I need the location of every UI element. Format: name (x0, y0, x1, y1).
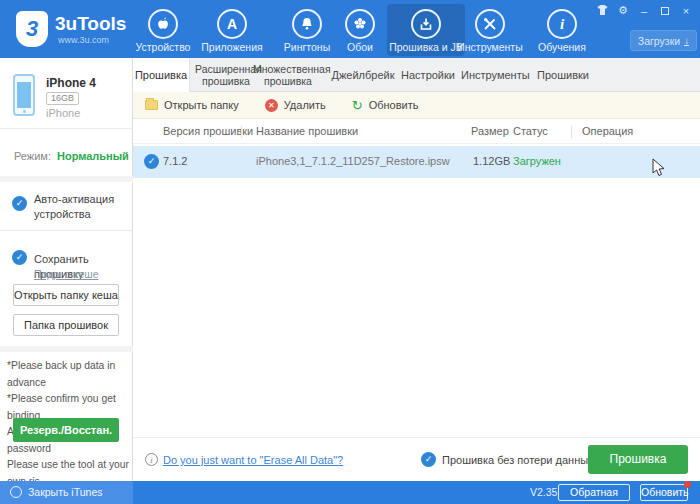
open-cache-folder-button[interactable]: Открыть папку кеша (13, 284, 119, 306)
auto-activation-label: Авто-активация устройства (34, 192, 126, 222)
app-url: www.3u.com (58, 35, 109, 45)
window-controls: ⚙ – × (596, 4, 692, 17)
nav-label: Инструменты (450, 41, 530, 53)
tab-settings[interactable]: Настройки (398, 58, 458, 92)
firmware-folder-button[interactable]: Папка прошивок (13, 314, 119, 336)
row-version: 7.1.2 (163, 155, 187, 167)
refresh-icon: ↻ (352, 99, 363, 112)
auto-activation-check-icon[interactable]: ✓ (12, 196, 27, 211)
tab-firmware[interactable]: Прошивка (133, 58, 190, 92)
flash-button[interactable]: Прошивка (588, 445, 688, 474)
tab-bar: Прошивка Расширенная прошивка Множествен… (133, 58, 700, 92)
maximize-icon[interactable] (659, 5, 671, 17)
tab-tools[interactable]: Инструменты (461, 58, 529, 92)
downloads-button[interactable]: Загрузки ↓ (630, 30, 697, 51)
download-icon: ↓ (684, 36, 689, 46)
refresh-button[interactable]: ↻ Обновить (352, 99, 419, 112)
mouse-cursor (651, 158, 667, 182)
nav-label: Приложения (192, 41, 272, 53)
feedback-button[interactable]: Обратная связь (558, 484, 630, 501)
tab-advanced-flash[interactable]: Расширенная прошивка (195, 58, 257, 92)
open-folder-button[interactable]: Открыть папку (145, 99, 239, 111)
app-title: 3uTools (55, 13, 126, 35)
appstore-icon: A (217, 9, 247, 39)
update-button[interactable]: Обновить (640, 484, 688, 501)
tab-jailbreak[interactable]: Джейлбрейк (331, 58, 395, 92)
tab-multiple-flash[interactable]: Множественная прошивка (253, 58, 323, 92)
appstore-glyph: A (227, 16, 237, 32)
close-icon[interactable]: × (680, 5, 692, 17)
open-folder-label: Открыть папку (164, 99, 239, 111)
column-status: Статус (513, 125, 548, 137)
no-data-loss-label: Прошивка без потери данных (442, 454, 594, 466)
column-version: Версия прошивки (163, 125, 253, 137)
device-name: iPhone 4 (46, 76, 96, 90)
save-firmware-check-icon[interactable]: ✓ (12, 250, 27, 265)
status-bar: Закрыть iTunes V2.35 Обратная связь Обно… (0, 481, 700, 504)
bell-icon (292, 9, 322, 39)
wallpaper-icon (345, 9, 375, 39)
folder-icon (145, 100, 158, 110)
mode-value: Нормальный (57, 150, 129, 162)
mode-label: Режим: (14, 150, 51, 162)
main-content: Прошивка Расширенная прошивка Множествен… (133, 58, 700, 481)
settings-gear-icon[interactable]: ⚙ (617, 4, 629, 17)
row-selected-check-icon[interactable]: ✓ (144, 154, 159, 169)
delete-icon: ✕ (265, 99, 278, 112)
apple-icon (148, 9, 178, 39)
firmware-icon (411, 9, 441, 39)
toolbar: Открыть папку ✕ Удалить ↻ Обновить (133, 92, 700, 119)
update-notification-dot (684, 481, 691, 488)
nav-item-apps[interactable]: A Приложения (192, 4, 272, 56)
logo-mark: 3 (26, 16, 38, 42)
app-window: 3 3uTools www.3u.com Устройство A Прилож… (0, 0, 700, 504)
warning-line: *Please back up data in advance (7, 358, 132, 391)
erase-info-icon: i (145, 453, 158, 466)
tab-firmwares[interactable]: Прошивки (535, 58, 591, 92)
row-name: iPhone3,1_7.1.2_11D257_Restore.ipsw (256, 155, 450, 167)
iphone-icon (13, 74, 35, 116)
nav-item-tutorials[interactable]: i Обучения (522, 4, 602, 56)
header: 3 3uTools www.3u.com Устройство A Прилож… (0, 0, 700, 58)
backup-restore-button[interactable]: Резерв./Восстан. (13, 418, 119, 442)
close-itunes-label: Закрыть iTunes (28, 486, 102, 498)
nav-item-device[interactable]: Устройство (123, 4, 203, 56)
nav-item-tools[interactable]: Инструменты (450, 4, 530, 56)
theme-icon[interactable] (596, 5, 608, 17)
refresh-label: Обновить (369, 99, 419, 111)
device-model: iPhone (46, 107, 80, 119)
column-operation: Операция (582, 125, 633, 137)
downloads-label: Загрузки (638, 35, 680, 47)
nav-label: Обучения (522, 41, 602, 53)
info-icon: i (547, 9, 577, 39)
erase-all-data-link[interactable]: Do you just want to "Erase All Data"? (163, 454, 343, 466)
nav-label: Устройство (123, 41, 203, 53)
info-glyph: i (560, 16, 564, 33)
column-size: Размер (471, 125, 509, 137)
tools-icon (475, 9, 505, 39)
sidebar: iPhone 4 16GB iPhone Режим:Нормальный ✓ … (0, 58, 133, 481)
version-label: V2.35 (530, 486, 557, 498)
footer-actions: i Do you just want to "Erase All Data"? … (133, 437, 700, 481)
no-data-loss-check-icon[interactable]: ✓ (421, 452, 436, 467)
table-header: Версия прошивки Название прошивки Размер… (133, 119, 700, 144)
row-status: Загружен (513, 155, 561, 167)
close-itunes-radio-icon[interactable] (10, 486, 22, 498)
row-size: 1.12GB (473, 155, 510, 167)
device-mode: Режим:Нормальный (14, 150, 129, 162)
delete-button[interactable]: ✕ Удалить (265, 99, 326, 112)
device-capacity-badge: 16GB (46, 92, 79, 105)
column-name: Название прошивки (256, 125, 358, 137)
table-row[interactable]: ✓ 7.1.2 iPhone3,1_7.1.2_11D257_Restore.i… (133, 146, 700, 178)
delete-label: Удалить (284, 99, 326, 111)
minimize-icon[interactable]: – (638, 5, 650, 17)
logo-icon: 3 (16, 11, 48, 47)
close-itunes-area[interactable]: Закрыть iTunes (0, 481, 133, 504)
